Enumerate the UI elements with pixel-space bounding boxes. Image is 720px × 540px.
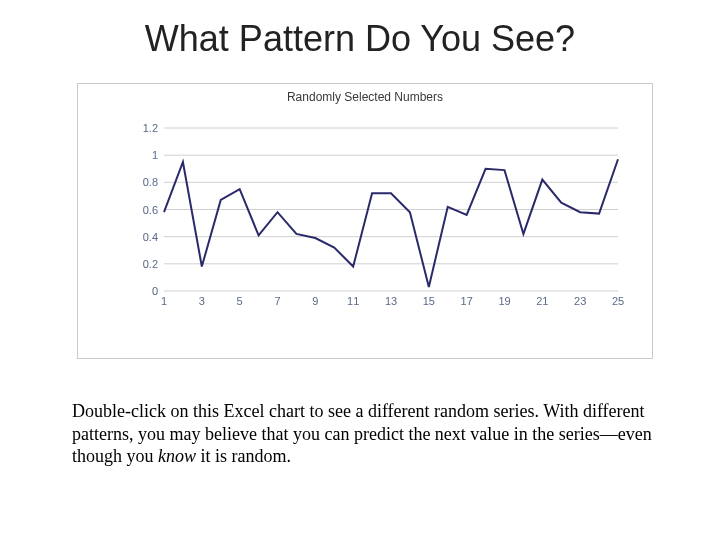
data-series: [164, 159, 618, 287]
chart-container[interactable]: Randomly Selected Numbers 00.20.40.60.81…: [77, 83, 653, 359]
caption-text: Double-click on this Excel chart to see …: [72, 400, 662, 468]
caption-post: it is random.: [196, 446, 291, 466]
page-title: What Pattern Do You See?: [0, 18, 720, 60]
svg-text:0: 0: [152, 285, 158, 297]
svg-text:7: 7: [274, 295, 280, 307]
svg-text:1: 1: [152, 149, 158, 161]
svg-text:0.6: 0.6: [143, 204, 158, 216]
svg-text:15: 15: [423, 295, 435, 307]
svg-text:3: 3: [199, 295, 205, 307]
svg-text:13: 13: [385, 295, 397, 307]
gridlines: [164, 128, 618, 291]
chart-title: Randomly Selected Numbers: [78, 90, 652, 104]
svg-text:1: 1: [161, 295, 167, 307]
line-chart: 00.20.40.60.811.2 135791113151719212325: [134, 124, 624, 309]
slide: What Pattern Do You See? Randomly Select…: [0, 0, 720, 540]
svg-text:1.2: 1.2: [143, 124, 158, 134]
svg-text:17: 17: [461, 295, 473, 307]
svg-text:23: 23: [574, 295, 586, 307]
svg-text:0.8: 0.8: [143, 176, 158, 188]
svg-text:9: 9: [312, 295, 318, 307]
x-axis-ticks: 135791113151719212325: [161, 295, 624, 307]
y-axis-ticks: 00.20.40.60.811.2: [143, 124, 158, 297]
svg-text:11: 11: [347, 295, 359, 307]
svg-text:25: 25: [612, 295, 624, 307]
svg-text:19: 19: [498, 295, 510, 307]
svg-text:0.4: 0.4: [143, 231, 158, 243]
caption-emphasis: know: [158, 446, 196, 466]
svg-text:5: 5: [237, 295, 243, 307]
svg-text:21: 21: [536, 295, 548, 307]
svg-text:0.2: 0.2: [143, 258, 158, 270]
